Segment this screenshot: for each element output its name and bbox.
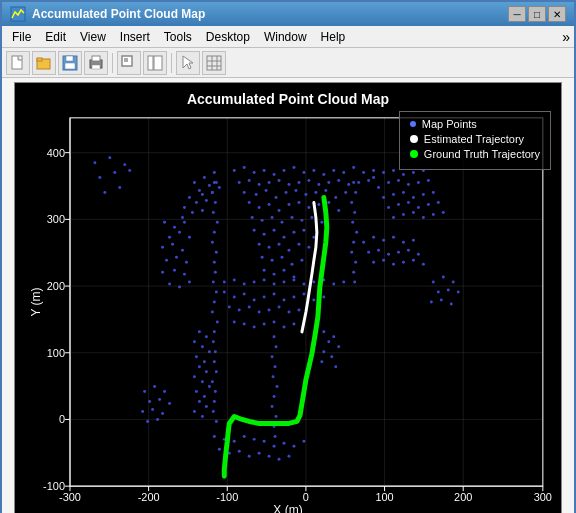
svg-point-190 bbox=[397, 251, 400, 254]
svg-point-219 bbox=[292, 296, 295, 299]
svg-point-255 bbox=[203, 360, 206, 363]
main-window: Accumulated Point Cloud Map ─ □ ✕ File E… bbox=[0, 0, 576, 513]
svg-point-282 bbox=[283, 442, 286, 445]
svg-point-340 bbox=[334, 196, 337, 199]
save-button[interactable] bbox=[58, 51, 82, 75]
svg-point-235 bbox=[273, 320, 276, 323]
svg-point-294 bbox=[173, 226, 176, 229]
svg-point-143 bbox=[432, 191, 435, 194]
svg-point-152 bbox=[412, 211, 415, 214]
window-title: Accumulated Point Cloud Map bbox=[32, 7, 205, 21]
svg-point-269 bbox=[327, 340, 330, 343]
menu-desktop[interactable]: Desktop bbox=[200, 28, 256, 46]
svg-point-338 bbox=[314, 191, 317, 194]
svg-point-132 bbox=[377, 186, 380, 189]
svg-point-123 bbox=[352, 166, 355, 169]
svg-point-256 bbox=[198, 365, 201, 368]
svg-point-197 bbox=[412, 259, 415, 262]
svg-text:100: 100 bbox=[375, 491, 393, 503]
minimize-button[interactable]: ─ bbox=[508, 6, 526, 22]
menu-view[interactable]: View bbox=[74, 28, 112, 46]
svg-point-135 bbox=[407, 183, 410, 186]
svg-point-110 bbox=[215, 420, 218, 423]
svg-point-75 bbox=[218, 186, 221, 189]
grid-icon bbox=[206, 55, 222, 71]
legend-item-groundtruth: Ground Truth Trajectory bbox=[410, 148, 540, 160]
svg-point-289 bbox=[258, 452, 261, 455]
svg-point-227 bbox=[268, 308, 271, 311]
svg-point-297 bbox=[178, 231, 181, 234]
svg-point-237 bbox=[292, 322, 295, 325]
menu-file[interactable]: File bbox=[6, 28, 37, 46]
svg-point-308 bbox=[168, 283, 171, 286]
svg-point-328 bbox=[430, 301, 433, 304]
svg-point-298 bbox=[188, 236, 191, 239]
maximize-button[interactable]: □ bbox=[528, 6, 546, 22]
svg-rect-8 bbox=[92, 56, 100, 61]
svg-point-102 bbox=[212, 340, 215, 343]
svg-point-303 bbox=[175, 256, 178, 259]
close-button[interactable]: ✕ bbox=[548, 6, 566, 22]
svg-point-217 bbox=[273, 293, 276, 296]
new-button[interactable] bbox=[6, 51, 30, 75]
svg-point-159 bbox=[268, 181, 271, 184]
svg-point-108 bbox=[213, 400, 216, 403]
svg-point-122 bbox=[342, 171, 345, 174]
svg-point-200 bbox=[233, 279, 236, 282]
svg-point-259 bbox=[201, 380, 204, 383]
svg-text:-100: -100 bbox=[43, 480, 65, 492]
svg-point-196 bbox=[402, 261, 405, 264]
svg-point-349 bbox=[317, 203, 320, 206]
svg-point-163 bbox=[307, 179, 310, 182]
svg-point-363 bbox=[283, 236, 286, 239]
grid-button[interactable] bbox=[202, 51, 226, 75]
menu-insert[interactable]: Insert bbox=[114, 28, 156, 46]
menu-tools[interactable]: Tools bbox=[158, 28, 198, 46]
svg-point-171 bbox=[354, 191, 357, 194]
svg-point-261 bbox=[195, 390, 198, 393]
svg-point-145 bbox=[397, 203, 400, 206]
svg-point-157 bbox=[248, 179, 251, 182]
svg-point-106 bbox=[211, 380, 214, 383]
view2-button[interactable] bbox=[143, 51, 167, 75]
svg-rect-5 bbox=[66, 56, 73, 61]
svg-point-317 bbox=[141, 410, 144, 413]
print-button[interactable] bbox=[84, 51, 108, 75]
svg-point-339 bbox=[324, 189, 327, 192]
svg-point-264 bbox=[205, 405, 208, 408]
menu-help[interactable]: Help bbox=[315, 28, 352, 46]
svg-marker-14 bbox=[183, 56, 193, 69]
svg-point-76 bbox=[188, 196, 191, 199]
svg-point-88 bbox=[214, 201, 217, 204]
menu-edit[interactable]: Edit bbox=[39, 28, 72, 46]
svg-point-312 bbox=[153, 385, 156, 388]
svg-point-347 bbox=[297, 201, 300, 204]
svg-point-104 bbox=[213, 360, 216, 363]
zoom-button[interactable] bbox=[117, 51, 141, 75]
svg-point-153 bbox=[422, 216, 425, 219]
svg-point-204 bbox=[273, 283, 276, 286]
svg-point-379 bbox=[273, 273, 276, 276]
menu-window[interactable]: Window bbox=[258, 28, 313, 46]
x-axis-label: X (m) bbox=[273, 503, 302, 513]
svg-point-226 bbox=[258, 310, 261, 313]
pointer-button[interactable] bbox=[176, 51, 200, 75]
svg-point-89 bbox=[212, 211, 215, 214]
svg-point-185 bbox=[402, 241, 405, 244]
svg-point-206 bbox=[292, 279, 295, 282]
svg-rect-1 bbox=[12, 56, 22, 69]
svg-point-241 bbox=[274, 365, 277, 368]
svg-point-64 bbox=[123, 163, 126, 166]
open-button[interactable] bbox=[32, 51, 56, 75]
svg-point-330 bbox=[450, 302, 453, 305]
svg-point-362 bbox=[273, 229, 276, 232]
svg-point-71 bbox=[203, 176, 206, 179]
svg-point-364 bbox=[292, 231, 295, 234]
svg-point-177 bbox=[350, 251, 353, 254]
svg-point-295 bbox=[183, 221, 186, 224]
svg-point-358 bbox=[310, 216, 313, 219]
svg-point-223 bbox=[228, 305, 231, 308]
svg-point-230 bbox=[297, 308, 300, 311]
svg-point-243 bbox=[276, 385, 279, 388]
svg-point-381 bbox=[292, 276, 295, 279]
